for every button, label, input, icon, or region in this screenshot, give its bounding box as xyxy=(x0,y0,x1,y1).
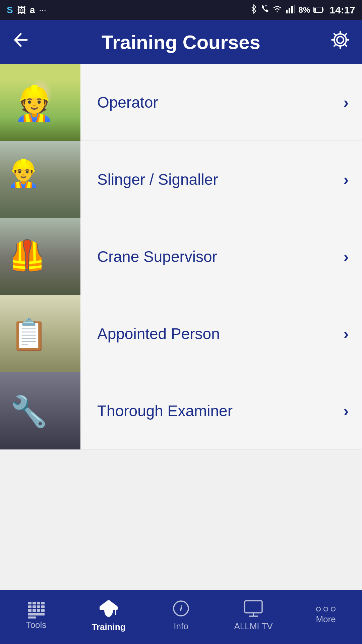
course-item-slinger[interactable]: Slinger / Signaller › xyxy=(0,141,362,218)
course-thumbnail-operator xyxy=(0,64,80,141)
svg-rect-2 xyxy=(291,6,293,13)
nav-item-tools[interactable]: Tools xyxy=(0,590,72,644)
svg-rect-93 xyxy=(37,605,40,608)
course-name-operator: Operator xyxy=(97,93,158,111)
battery-icon xyxy=(313,5,324,15)
svg-point-81 xyxy=(13,402,27,417)
svg-point-29 xyxy=(39,157,55,161)
svg-rect-43 xyxy=(31,249,43,269)
course-name-slinger: Slinger / Signaller xyxy=(97,170,218,189)
amazon-icon: a xyxy=(30,5,35,15)
course-content-operator[interactable]: Operator › xyxy=(80,64,362,141)
status-left-icons: S 🖼 a ··· xyxy=(7,5,46,15)
course-item-crane[interactable]: Crane Supervisor › xyxy=(0,218,362,295)
training-icon xyxy=(98,599,119,619)
svg-rect-83 xyxy=(25,414,42,421)
svg-rect-32 xyxy=(61,173,73,192)
image-icon: 🖼 xyxy=(17,5,26,15)
svg-rect-18 xyxy=(54,98,63,106)
more-icon xyxy=(316,607,336,611)
course-thumbnail-slinger xyxy=(0,141,80,218)
chevron-operator: › xyxy=(344,93,349,111)
svg-line-33 xyxy=(7,148,34,168)
wifi-icon xyxy=(272,5,283,15)
svg-point-78 xyxy=(36,429,51,443)
page-title: Training Courses xyxy=(34,31,328,53)
nav-label-info: Info xyxy=(174,621,188,632)
svg-point-38 xyxy=(9,238,24,243)
svg-rect-10 xyxy=(0,64,80,141)
svg-point-11 xyxy=(24,81,43,100)
s-icon: S xyxy=(7,5,13,15)
course-item-operator[interactable]: Operator › xyxy=(0,64,362,141)
svg-rect-92 xyxy=(33,605,36,608)
course-thumbnail-examiner xyxy=(0,372,80,449)
svg-rect-87 xyxy=(28,602,32,604)
svg-rect-52 xyxy=(7,315,74,362)
svg-rect-89 xyxy=(37,602,40,604)
course-name-appointed: Appointed Person xyxy=(97,325,220,343)
svg-rect-96 xyxy=(33,609,36,612)
svg-rect-99 xyxy=(28,613,45,615)
nav-item-allmi-tv[interactable]: ALLMI TV xyxy=(217,590,290,644)
svg-rect-21 xyxy=(0,141,80,218)
course-content-crane[interactable]: Crane Supervisor › xyxy=(80,218,362,295)
nav-item-info[interactable]: i Info xyxy=(145,590,217,644)
svg-rect-26 xyxy=(13,179,27,180)
svg-rect-77 xyxy=(39,404,52,414)
course-content-slinger[interactable]: Slinger / Signaller › xyxy=(80,141,362,218)
course-item-appointed[interactable]: Appointed Person › xyxy=(0,295,362,372)
svg-point-34 xyxy=(11,151,16,154)
course-thumbnail-appointed xyxy=(0,295,80,372)
nav-label-tools: Tools xyxy=(26,620,47,630)
phone-icon xyxy=(260,4,268,16)
svg-rect-3 xyxy=(294,5,295,13)
svg-rect-13 xyxy=(25,82,42,89)
svg-rect-104 xyxy=(245,601,262,613)
svg-rect-30 xyxy=(40,171,54,193)
svg-point-42 xyxy=(29,236,44,241)
settings-button[interactable] xyxy=(328,28,352,56)
svg-point-37 xyxy=(10,238,23,252)
course-name-crane: Crane Supervisor xyxy=(97,248,217,266)
svg-rect-40 xyxy=(11,257,23,258)
course-list: Operator › xyxy=(0,64,362,590)
status-bar: S 🖼 a ··· xyxy=(0,0,362,20)
svg-point-41 xyxy=(30,236,44,250)
signal-icon xyxy=(286,5,295,16)
svg-point-8 xyxy=(334,34,346,46)
svg-point-72 xyxy=(52,358,69,370)
svg-rect-9 xyxy=(0,64,80,141)
svg-rect-36 xyxy=(0,218,80,295)
svg-rect-73 xyxy=(49,339,58,359)
svg-rect-97 xyxy=(37,609,40,612)
svg-rect-20 xyxy=(35,125,42,138)
nav-item-training[interactable]: Training xyxy=(72,590,145,644)
battery-percentage: 8% xyxy=(299,5,310,15)
svg-rect-94 xyxy=(41,605,45,608)
svg-rect-86 xyxy=(37,415,44,419)
time-display: 14:17 xyxy=(329,4,355,16)
chevron-appointed: › xyxy=(344,325,349,343)
bottom-navigation: Tools Training i Info xyxy=(0,590,362,644)
svg-rect-19 xyxy=(27,125,34,138)
back-button[interactable] xyxy=(10,30,34,54)
svg-rect-15 xyxy=(24,106,43,108)
svg-point-28 xyxy=(40,157,54,172)
nav-item-more[interactable]: More xyxy=(290,590,362,644)
svg-marker-74 xyxy=(56,360,60,365)
course-content-appointed[interactable]: Appointed Person › xyxy=(80,295,362,372)
course-thumbnail-crane xyxy=(0,218,80,295)
svg-rect-50 xyxy=(56,252,68,271)
app-header: Training Courses xyxy=(0,20,362,64)
svg-point-80 xyxy=(63,430,75,442)
course-content-examiner[interactable]: Thorough Examiner › xyxy=(80,372,362,449)
svg-point-12 xyxy=(23,82,44,87)
svg-rect-84 xyxy=(15,437,20,448)
svg-rect-44 xyxy=(44,252,52,262)
svg-rect-5 xyxy=(322,8,323,11)
svg-point-24 xyxy=(12,158,28,163)
svg-rect-0 xyxy=(286,10,288,13)
course-item-examiner[interactable]: Thorough Examiner › xyxy=(0,372,362,449)
info-icon: i xyxy=(172,600,190,619)
